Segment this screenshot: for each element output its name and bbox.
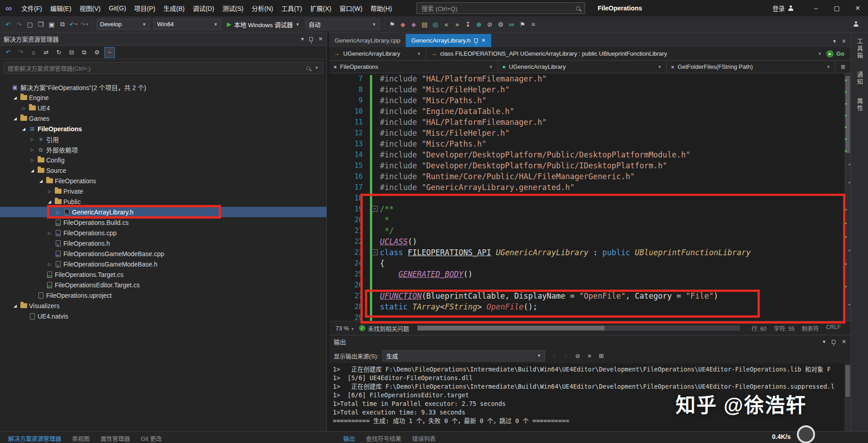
pin-icon[interactable] <box>309 37 313 41</box>
sign-in-button[interactable]: 登录 <box>772 4 794 13</box>
tree-item-Private[interactable]: ▷Private <box>0 186 326 196</box>
menu-item-帮助(H)[interactable]: 帮助(H) <box>366 0 396 16</box>
refresh-icon[interactable]: ↻ <box>53 47 64 58</box>
toolwindow-tab-输出[interactable]: 输出 <box>339 433 360 443</box>
tree-item-引用[interactable]: ▷≡引用 <box>0 134 326 144</box>
tree-item-FileOperations.uproject[interactable]: FileOperations.uproject <box>0 290 326 300</box>
pin-icon[interactable] <box>832 340 835 344</box>
tree-item-UE4.natvis[interactable]: UE4.natvis <box>0 311 326 321</box>
code-search-icon[interactable]: ◎ <box>430 19 441 30</box>
scrollbar-thumb[interactable] <box>845 365 850 397</box>
task-list-icon[interactable]: ▤ <box>419 19 430 30</box>
collapsed-arrow-icon[interactable]: ▷ <box>29 148 36 152</box>
minimize-button[interactable]: – <box>806 0 826 16</box>
options-icon[interactable]: ⚙ <box>495 19 506 30</box>
save-all-icon[interactable]: ⧉ <box>57 19 68 30</box>
menu-item-测试(S)[interactable]: 测试(S) <box>218 0 248 16</box>
breakpoint-icon[interactable]: ◆ <box>398 19 408 30</box>
tree-item-FileOperations.h[interactable]: hFileOperations.h <box>0 238 326 248</box>
tree-item-FileOperations[interactable]: ◢⊞FileOperations <box>0 124 326 134</box>
class-crumb[interactable]: ■UGenericArrayLibrary▼ <box>498 61 667 73</box>
code-editor[interactable]: 7#include "HAL/PlatformFilemanager.h"8#i… <box>329 73 851 321</box>
feedback-icon[interactable] <box>853 21 859 27</box>
strong-name-icon[interactable]: ⊘ <box>484 19 495 30</box>
flag-bookmark-icon[interactable]: ⚑ <box>517 19 528 30</box>
attach-to-process-icon[interactable]: ⊕ <box>474 19 484 30</box>
document-health-indicator[interactable]: ✓ 未找到相关问题 <box>359 324 409 333</box>
quick-search-box[interactable]: 搜索 (Ctrl+Q) <box>417 2 585 14</box>
save-icon[interactable]: ▣ <box>46 19 57 30</box>
collapsed-arrow-icon[interactable]: ▷ <box>46 262 53 267</box>
collapsed-arrow-icon[interactable]: ▷ <box>54 210 62 214</box>
start-debugging-button[interactable]: ▶ 本地 Windows 调试器 ▼ <box>223 19 303 30</box>
project-crumb[interactable]: ■FileOperations▼ <box>329 61 498 73</box>
menu-item-扩展(X)[interactable]: 扩展(X) <box>306 0 336 16</box>
navigate-next-icon[interactable]: » <box>452 19 463 30</box>
collapsed-arrow-icon[interactable]: ▷ <box>29 137 36 142</box>
attach-mode-dropdown[interactable]: 自动▼ <box>305 19 380 30</box>
close-icon[interactable]: ✕ <box>842 338 846 345</box>
go-button[interactable]: ▸ Go <box>826 50 851 57</box>
expanded-arrow-icon[interactable]: ◢ <box>37 179 45 183</box>
scope-dropdown[interactable]: → UGenericArrayLibrary ▼ <box>329 47 426 60</box>
collapsed-arrow-icon[interactable]: ▷ <box>20 106 28 110</box>
navigate-previous-icon[interactable]: « <box>441 19 452 30</box>
tree-item-FileOperations.Build.cs[interactable]: C#FileOperations.Build.cs <box>0 217 326 228</box>
menu-item-视图(V)[interactable]: 视图(V) <box>76 0 105 16</box>
switch-views-icon[interactable]: ⇄ <box>41 47 52 58</box>
find-next-icon[interactable]: ↓ <box>549 350 560 361</box>
properties-icon[interactable]: ⚙ <box>91 47 102 58</box>
editor-vertical-scrollbar[interactable] <box>844 73 851 321</box>
scrollbar-thumb[interactable] <box>845 76 850 153</box>
menu-item-项目(P)[interactable]: 项目(P) <box>130 0 159 16</box>
window-list-icon[interactable]: ≡ <box>842 38 845 44</box>
navigate-backward-icon[interactable]: ↶ <box>3 47 14 58</box>
error-list-icon[interactable]: ◈ <box>408 19 419 30</box>
close-icon[interactable]: ✕ <box>318 36 323 42</box>
chevron-down-icon[interactable]: ▾ <box>301 36 304 42</box>
sort-lines-icon[interactable]: ≔ <box>506 19 517 30</box>
output-vertical-scrollbar[interactable] <box>844 363 851 431</box>
expanded-arrow-icon[interactable]: ◢ <box>29 168 36 173</box>
output-source-dropdown[interactable]: 生成 ▼ <box>382 350 545 362</box>
collapsed-arrow-icon[interactable]: ▷ <box>46 189 53 194</box>
navigate-forward-icon[interactable]: ↷ <box>15 47 26 58</box>
menu-item-编辑(E)[interactable]: 编辑(E) <box>46 0 76 16</box>
clear-all-icon[interactable]: ⊘ <box>572 350 583 361</box>
toggle-output-icon[interactable]: ⊞ <box>596 350 607 361</box>
close-icon[interactable]: ✕ <box>481 38 485 43</box>
expanded-arrow-icon[interactable]: ◢ <box>46 200 53 204</box>
expanded-arrow-icon[interactable]: ◢ <box>11 95 19 100</box>
chevron-down-icon[interactable]: ▼ <box>315 66 319 70</box>
editor-horizontal-scrollbar[interactable] <box>417 325 740 331</box>
tree-item-FileOperationsGameModeBase.h[interactable]: ▷hFileOperationsGameModeBase.h <box>0 259 326 269</box>
side-tab-工具箱[interactable]: 工具箱 <box>855 38 864 60</box>
toolwindow-tab-Git 更改[interactable]: Git 更改 <box>136 433 166 443</box>
home-icon[interactable]: ⌂ <box>28 47 39 58</box>
expanded-arrow-icon[interactable]: ◢ <box>11 304 19 308</box>
expanded-arrow-icon[interactable]: ◢ <box>11 116 19 121</box>
collapse-all-icon[interactable]: ⊟ <box>66 47 77 58</box>
chevron-down-icon[interactable]: ▾ <box>833 38 836 44</box>
word-wrap-icon[interactable]: ≡ <box>584 350 595 361</box>
toolwindow-tab-类视图[interactable]: 类视图 <box>67 433 94 443</box>
member-crumb[interactable]: ■GetFolderFiles(FString Path)▼ <box>667 61 835 73</box>
tree-item-Source[interactable]: ◢Source <box>0 165 326 176</box>
side-tab-通知[interactable]: 通知 <box>855 71 864 86</box>
menu-item-分析(N)[interactable]: 分析(N) <box>248 0 277 16</box>
fold-collapse-icon[interactable]: − <box>372 206 378 212</box>
zoom-dropdown[interactable]: 73 %▼ <box>336 325 355 332</box>
tree-item-FileOperations.Target.cs[interactable]: C#FileOperations.Target.cs <box>0 269 326 280</box>
tree-item-解决方案"FileOperations"(2 个项目，共 2 个)[interactable]: ▣解决方案"FileOperations"(2 个项目，共 2 个) <box>0 82 326 92</box>
tree-item-Games[interactable]: ◢Games <box>0 113 326 124</box>
tree-item-FileOperations[interactable]: ◢FileOperations <box>0 176 326 186</box>
redo-icon[interactable]: ↷▾ <box>79 19 90 30</box>
fold-collapse-icon[interactable]: − <box>372 249 378 255</box>
toolwindow-tab-错误列表[interactable]: 错误列表 <box>408 433 440 443</box>
expanded-arrow-icon[interactable]: ◢ <box>20 127 28 131</box>
solution-configuration-dropdown[interactable]: Develop▼ <box>96 19 150 30</box>
tree-item-Config[interactable]: ▷Config <box>0 155 326 165</box>
show-all-files-icon[interactable]: ⧉ <box>79 47 90 58</box>
output-log[interactable]: 1> 正在创建库 F:\Demo\FileOperations\Intermed… <box>329 363 844 431</box>
toolwindow-tab-解决方案资源管理器[interactable]: 解决方案资源管理器 <box>4 433 66 443</box>
